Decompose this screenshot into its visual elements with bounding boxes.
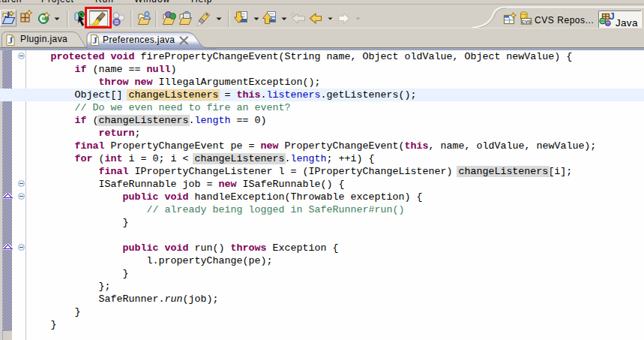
svg-text:CVS Repos...: CVS Repos...: [535, 15, 594, 26]
svg-text:Preferences.java: Preferences.java: [103, 35, 175, 45]
svg-text:J: J: [92, 35, 97, 46]
svg-text:J: J: [8, 35, 13, 46]
svg-text:CVS: CVS: [522, 20, 531, 24]
svg-text:J: J: [610, 11, 615, 22]
svg-text:Java: Java: [616, 17, 638, 28]
svg-text:Plugin.java: Plugin.java: [20, 34, 67, 44]
